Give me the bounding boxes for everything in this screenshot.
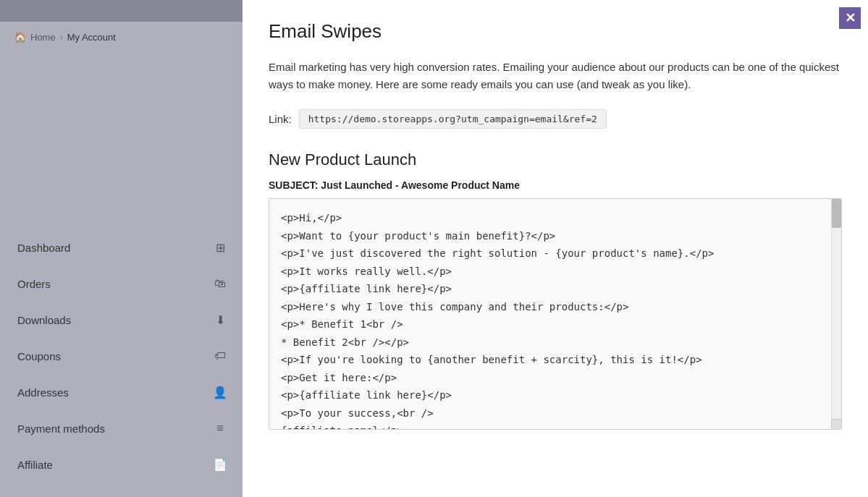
sidebar-item-orders[interactable]: Orders 🛍 bbox=[0, 266, 243, 302]
link-row: Link: https://demo.storeapps.org?utm_cam… bbox=[269, 109, 842, 129]
sidebar-item-affiliate[interactable]: Affiliate 📄 bbox=[0, 446, 243, 483]
modal-title: Email Swipes bbox=[269, 20, 842, 43]
scrollbar-track[interactable] bbox=[831, 199, 841, 429]
sidebar-spacer bbox=[0, 50, 243, 229]
link-value[interactable]: https://demo.storeapps.org?utm_campaign=… bbox=[299, 109, 607, 129]
top-bar bbox=[0, 0, 243, 22]
sidebar-item-payment-methods[interactable]: Payment methods ≡ bbox=[0, 410, 243, 446]
modal-content: ✕ Email Swipes Email marketing has very … bbox=[243, 0, 868, 497]
link-label: Link: bbox=[269, 113, 292, 125]
orders-icon: 🛍 bbox=[212, 276, 228, 292]
close-button[interactable]: ✕ bbox=[839, 7, 861, 29]
sidebar-item-downloads[interactable]: Downloads ⬇ bbox=[0, 302, 243, 338]
sidebar-item-dashboard[interactable]: Dashboard ⊞ bbox=[0, 229, 243, 266]
sidebar: 🏠 Home › My Account Dashboard ⊞ Orders 🛍… bbox=[0, 0, 243, 497]
dashboard-icon: ⊞ bbox=[212, 239, 228, 255]
downloads-icon: ⬇ bbox=[212, 312, 228, 328]
subject-line: SUBJECT: Just Launched - Awesome Product… bbox=[269, 179, 842, 191]
modal-description: Email marketing has very high conversion… bbox=[269, 59, 842, 93]
sidebar-item-addresses[interactable]: Addresses 👤 bbox=[0, 374, 243, 410]
home-icon: 🏠 bbox=[14, 32, 26, 43]
addresses-icon: 👤 bbox=[212, 384, 228, 400]
affiliate-icon: 📄 bbox=[212, 456, 228, 472]
sidebar-item-coupons[interactable]: Coupons 🏷 bbox=[0, 338, 243, 374]
breadcrumb: 🏠 Home › My Account bbox=[0, 22, 243, 50]
coupons-icon: 🏷 bbox=[212, 348, 228, 364]
scrollbar-thumb[interactable] bbox=[832, 199, 841, 228]
email-body-text[interactable]: <p>Hi,</p> <p>Want to {your product's ma… bbox=[269, 199, 831, 429]
email-body-container: <p>Hi,</p> <p>Want to {your product's ma… bbox=[269, 198, 842, 430]
payment-icon: ≡ bbox=[212, 420, 228, 436]
breadcrumb-current: My Account bbox=[67, 32, 116, 43]
scrollbar-corner bbox=[831, 419, 841, 429]
sidebar-menu: Dashboard ⊞ Orders 🛍 Downloads ⬇ Coupons… bbox=[0, 229, 243, 497]
breadcrumb-separator: › bbox=[60, 33, 63, 43]
section-title: New Product Launch bbox=[269, 150, 842, 169]
breadcrumb-home-link[interactable]: Home bbox=[30, 32, 56, 43]
